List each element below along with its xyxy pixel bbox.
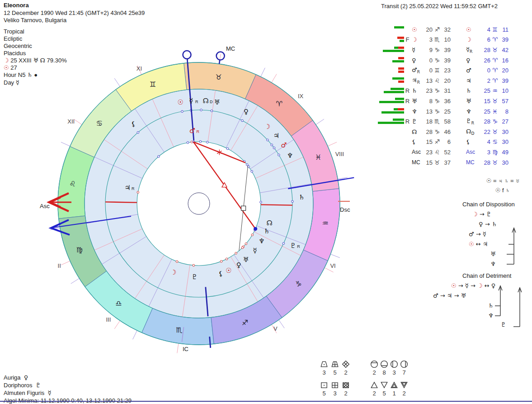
triangle-down-icon xyxy=(380,381,388,389)
transit-minutes: 10 xyxy=(499,87,508,94)
natal-planet-icon[interactable]: ☉ xyxy=(226,266,231,275)
degree-marker-dot xyxy=(245,242,247,245)
transit-minutes: 49 xyxy=(499,149,508,156)
transit-planet-icon: ☊D xyxy=(466,128,479,136)
transit-planet-icon[interactable]: ☽ xyxy=(264,123,270,131)
transit-planet-icon[interactable]: ♇ xyxy=(290,242,296,250)
transit-planet-icon: ☽ xyxy=(466,36,479,43)
disposition-chain-row: ♂ → ☿ xyxy=(469,231,486,238)
count-cell: 2 xyxy=(369,381,380,397)
transit-planet-icon[interactable]: ☿ xyxy=(189,97,193,105)
natal-degrees: 28 xyxy=(423,128,433,135)
natal-planet-icon: ☿ xyxy=(411,47,423,53)
natal-planet-icon[interactable]: ♃ xyxy=(124,184,130,192)
planet-row[interactable]: ♃R13♌20♃2♈39 xyxy=(378,76,508,86)
dsc-label: Dsc xyxy=(340,206,350,213)
transit-planet-icon[interactable]: ♀ xyxy=(244,108,249,116)
transit-planet-icon[interactable]: ☉ xyxy=(178,98,184,106)
chain-of-detriment: Chain of Detriment ☉ → ☿ → ☽ ↔ ♀♂ → ♃ → … xyxy=(429,272,527,333)
natal-planet-icon[interactable]: ☊ xyxy=(266,219,272,227)
degree-marker-dot xyxy=(241,247,244,249)
count-value: 5 xyxy=(379,390,390,397)
dignity-equality-line: ☉ = ♃ ♄ = ♅ xyxy=(452,177,520,184)
count-cell: 5 xyxy=(330,360,340,376)
degree-marker-dot xyxy=(220,260,222,262)
planet-row[interactable]: ♂R0♊23♂0♈20 xyxy=(378,65,508,76)
triangle-down-double-icon xyxy=(400,381,408,389)
square-diamond-cross-icon xyxy=(342,381,350,389)
degree-marker-dot xyxy=(181,110,184,113)
planet-row[interactable]: MC15♉37MC28♉30 xyxy=(378,157,508,168)
transit-planet-icon[interactable]: ♃ xyxy=(273,132,279,140)
transit-minutes: 11 xyxy=(499,26,508,33)
disposition-chain-row: ☉ ↔ ♃ xyxy=(469,241,488,247)
natal-planet-icon[interactable]: ♀ xyxy=(236,261,241,269)
planet-row[interactable]: F☽3♏10☽6♈39 xyxy=(378,35,508,45)
natal-planet-icon[interactable]: ♄ xyxy=(264,227,269,235)
natal-planet-icon[interactable]: ♇ xyxy=(191,273,197,281)
diamond-cross-icon xyxy=(342,360,350,368)
natal-minutes: 37 xyxy=(442,159,451,166)
square-dot-icon xyxy=(320,381,328,389)
transit-planet-icon[interactable]: ♂ xyxy=(281,141,287,149)
transit-sign-icon: ♈ xyxy=(490,57,499,64)
chart-wheel[interactable]: ♈♉♊♋♌♍♎♏♐♑♒♓☉☽☿♀♂R♃R♄♅♆♇☊⚸☉☽☿R♀♂♃♄♅♆♇R☊D… xyxy=(0,0,380,404)
count-cell: 8 xyxy=(379,360,390,376)
transit-planet-icon: ♀ xyxy=(466,57,479,64)
natal-planet-icon[interactable]: ⚸ xyxy=(218,270,223,278)
degree-marker-dot xyxy=(282,242,285,245)
transit-planet-icon: ♅ xyxy=(466,98,479,105)
degree-marker-dot xyxy=(199,141,202,143)
natal-sign-icon: ♑ xyxy=(433,108,442,115)
natal-minutes: 31 xyxy=(442,87,451,94)
transit-degrees: 25 xyxy=(479,108,490,115)
natal-sign-icon: ♊ xyxy=(433,67,442,74)
dignity-flag: R xyxy=(404,98,411,105)
transit-planet-icon[interactable]: ☊ xyxy=(202,97,208,105)
degree-marker-dot xyxy=(241,119,244,122)
transit-sign-icon: ♊ xyxy=(490,26,499,33)
natal-planet-icon[interactable]: ☿ xyxy=(253,247,257,255)
natal-minutes: 25 xyxy=(442,108,451,115)
planet-row[interactable]: ☉20♐32☉4♊11 xyxy=(378,24,508,35)
dignity-bars xyxy=(378,137,404,147)
planet-row[interactable]: R♄23♑31♄25♒10 xyxy=(378,86,508,96)
degree-marker-dot xyxy=(251,234,254,236)
degree-marker-dot xyxy=(267,139,269,141)
disposition-chain-row: ♅ xyxy=(490,251,496,257)
center-circle xyxy=(188,193,210,214)
natal-planet-icon[interactable]: ♅ xyxy=(243,256,249,264)
transit-sign-icon: ♒ xyxy=(490,87,499,94)
count-value: 2 xyxy=(340,390,351,397)
house-number-label: II xyxy=(58,262,61,269)
natal-minutes: 23 xyxy=(442,67,451,74)
dsc-axis-stub xyxy=(261,204,292,205)
detriment-chain-row: ☉ → ☿ → ☽ ↔ ♀ xyxy=(451,282,495,289)
zodiac-sign-icon: ♉ xyxy=(215,73,221,81)
transit-planet-icon[interactable]: ♅ xyxy=(214,98,220,106)
planet-row[interactable]: ☿9♑39☿R28♉42 xyxy=(378,45,508,55)
planet-row[interactable]: R♅8♑36♅15♉57 xyxy=(378,96,508,106)
transit-planet-icon[interactable]: ♄ xyxy=(299,193,305,201)
zodiac-sign-icon: ♎ xyxy=(115,299,122,308)
planet-row[interactable]: ♆13♑25♆25♓8 xyxy=(378,106,508,117)
natal-planet-icon[interactable]: ☽ xyxy=(170,268,176,276)
planet-row[interactable]: Asc23♌52Asc3♍49 xyxy=(378,147,508,157)
planet-row[interactable]: ⚸15♐6⚸4♋30 xyxy=(378,137,508,147)
circle-top-icon xyxy=(370,360,378,368)
natal-planet-icon[interactable]: ♂ xyxy=(189,127,195,135)
transit-degrees: 28 xyxy=(479,47,490,53)
house-number-label: III xyxy=(106,316,111,323)
planet-row[interactable]: ☊28♑46☊D22♉30 xyxy=(378,127,508,137)
zodiac-sign-icon: ♓ xyxy=(315,153,321,162)
transit-planet-icon[interactable]: ♆ xyxy=(287,152,293,160)
degree-marker-dot xyxy=(187,142,189,144)
transit-planet-icon[interactable]: ⚸ xyxy=(131,120,136,128)
transit-degrees: 22 xyxy=(479,128,490,135)
natal-planet-icon: ♃R xyxy=(411,77,423,85)
natal-minutes: 46 xyxy=(442,128,451,135)
natal-planet-icon[interactable]: ♆ xyxy=(259,237,264,245)
planet-row[interactable]: R♇18♏58♇R28♑27 xyxy=(378,116,508,127)
planet-row[interactable]: ♀0♑39♀26♈16 xyxy=(378,55,508,66)
dignity-bars xyxy=(378,66,404,76)
